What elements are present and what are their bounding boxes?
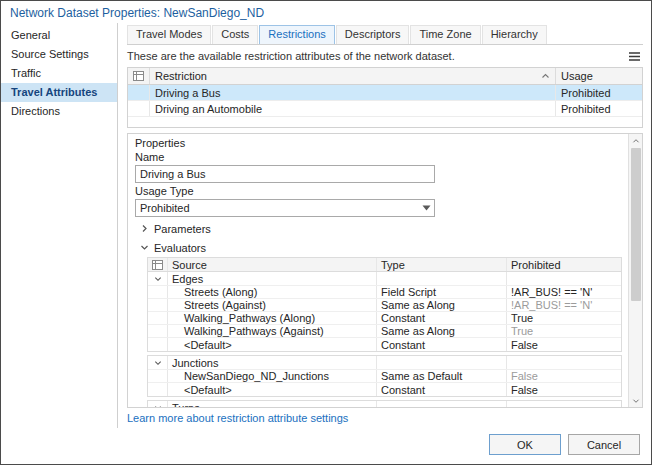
cancel-button[interactable]: Cancel xyxy=(568,434,640,455)
column-header-restriction-label: Restriction xyxy=(155,70,207,82)
evaluator-group-edges[interactable]: Edges xyxy=(148,272,621,286)
evaluators-row-selector-header-icon xyxy=(148,258,168,271)
main-panel: Travel Modes Costs Restrictions Descript… xyxy=(118,23,651,428)
tab-travel-modes[interactable]: Travel Modes xyxy=(127,25,211,44)
evaluator-type-cell: Same as Along xyxy=(377,325,507,337)
group-name: Turns xyxy=(168,401,377,408)
row-selector-cell xyxy=(148,286,168,298)
scrollbar-track[interactable] xyxy=(629,147,643,394)
chevron-down-icon xyxy=(154,359,162,367)
group-name: Junctions xyxy=(168,356,377,369)
group-chevron xyxy=(148,401,168,408)
sidebar-item-directions[interactable]: Directions xyxy=(1,102,117,121)
evaluator-row-streets-along[interactable]: Streets (Along) Field Script !AR_BUS! ==… xyxy=(148,286,621,299)
row-selector-cell xyxy=(148,370,168,382)
chevron-down-icon xyxy=(140,243,149,252)
tab-descriptors[interactable]: Descriptors xyxy=(336,25,410,44)
usage-type-selected-value: Prohibited xyxy=(140,202,418,214)
tab-strip: Travel Modes Costs Restrictions Descript… xyxy=(127,25,643,45)
scrollbar-thumb[interactable] xyxy=(631,148,641,301)
tab-restrictions[interactable]: Restrictions xyxy=(259,25,334,44)
evaluator-value-cell: True xyxy=(507,325,621,337)
tab-costs[interactable]: Costs xyxy=(212,25,258,44)
evaluator-group-junctions[interactable]: Junctions xyxy=(148,356,621,370)
sidebar: General Source Settings Traffic Travel A… xyxy=(1,23,118,428)
learn-more-link[interactable]: Learn more about restriction attribute s… xyxy=(127,412,643,425)
sort-ascending-icon xyxy=(541,72,550,80)
restrictions-description: These are the available restriction attr… xyxy=(127,50,625,62)
evaluators-column-source: Source xyxy=(168,258,377,271)
description-row: These are the available restriction attr… xyxy=(127,48,643,64)
evaluator-row-walking-pathways-along[interactable]: Walking_Pathways (Along) Constant True xyxy=(148,312,621,325)
sidebar-item-general[interactable]: General xyxy=(1,26,117,45)
chevron-right-icon xyxy=(140,224,149,233)
evaluator-value-cell: !AR_BUS! == 'N' xyxy=(507,299,621,311)
row-selector-cell xyxy=(148,299,168,311)
evaluator-row-junctions-source[interactable]: NewSanDiego_ND_Junctions Same as Default… xyxy=(148,370,621,383)
column-header-restriction[interactable]: Restriction xyxy=(150,68,556,84)
empty-cell xyxy=(377,272,507,285)
evaluator-source-cell: Walking_Pathways (Against) xyxy=(168,325,377,337)
evaluators-section-toggle[interactable]: Evaluators xyxy=(135,240,622,255)
dialog-body: General Source Settings Traffic Travel A… xyxy=(1,23,651,428)
restriction-row-driving-a-bus[interactable]: Driving a Bus Prohibited xyxy=(128,85,642,101)
empty-cell xyxy=(377,356,507,369)
chevron-up-icon xyxy=(632,138,640,144)
network-dataset-properties-dialog: Network Dataset Properties: NewSanDiego_… xyxy=(0,0,652,465)
row-selector-cell xyxy=(128,101,150,116)
evaluators-block-edges: Source Type Prohibited Edges xyxy=(147,257,622,352)
row-selector-cell xyxy=(128,85,150,100)
restriction-usage-cell: Prohibited xyxy=(556,101,642,116)
evaluator-type-cell: Same as Default xyxy=(377,370,507,382)
restrictions-table-header: Restriction Usage xyxy=(128,68,642,85)
tab-time-zone[interactable]: Time Zone xyxy=(410,25,480,44)
sidebar-item-traffic[interactable]: Traffic xyxy=(1,64,117,83)
evaluators-block-turns: Turns <Default> Constant False xyxy=(147,400,622,408)
evaluator-row-edges-default[interactable]: <Default> Constant False xyxy=(148,338,621,351)
tab-hierarchy[interactable]: Hierarchy xyxy=(482,25,547,44)
evaluators-section-label: Evaluators xyxy=(154,242,206,254)
evaluator-group-turns[interactable]: Turns xyxy=(148,401,621,408)
evaluator-value-cell: !AR_BUS! == 'N' xyxy=(507,286,621,298)
evaluator-row-junctions-default[interactable]: <Default> Constant False xyxy=(148,383,621,396)
ok-button[interactable]: OK xyxy=(489,434,561,455)
evaluator-value-cell: False xyxy=(507,370,621,382)
restriction-row-driving-an-automobile[interactable]: Driving an Automobile Prohibited xyxy=(128,101,642,117)
column-header-usage[interactable]: Usage xyxy=(556,68,642,84)
properties-group-box: Properties Name Usage Type Prohibited Pa… xyxy=(127,133,643,408)
evaluator-value-cell: False xyxy=(507,338,621,351)
name-input[interactable] xyxy=(135,165,435,183)
group-chevron xyxy=(148,356,168,369)
evaluator-row-streets-against[interactable]: Streets (Against) Same as Along !AR_BUS!… xyxy=(148,299,621,312)
empty-cell xyxy=(377,401,507,408)
parameters-section-toggle[interactable]: Parameters xyxy=(135,221,622,236)
name-field-label: Name xyxy=(135,151,622,163)
evaluator-type-cell: Same as Along xyxy=(377,299,507,311)
evaluator-type-cell: Constant xyxy=(377,338,507,351)
restriction-name-cell: Driving a Bus xyxy=(150,85,556,100)
row-selector-cell xyxy=(148,383,168,396)
evaluator-row-walking-pathways-against[interactable]: Walking_Pathways (Against) Same as Along… xyxy=(148,325,621,338)
evaluator-source-cell: Streets (Against) xyxy=(168,299,377,311)
scroll-up-button[interactable] xyxy=(629,134,643,147)
grid-icon xyxy=(152,260,163,270)
row-selector-cell xyxy=(148,325,168,337)
menu-icon[interactable] xyxy=(625,49,643,64)
restrictions-table-empty-area xyxy=(128,117,642,127)
evaluator-source-cell: <Default> xyxy=(168,383,377,396)
sidebar-item-travel-attributes[interactable]: Travel Attributes xyxy=(1,83,117,102)
empty-cell xyxy=(507,356,621,369)
row-selector-header-icon xyxy=(128,68,150,84)
evaluators-column-prohibited: Prohibited xyxy=(507,258,621,271)
evaluator-source-cell: <Default> xyxy=(168,338,377,351)
dialog-footer: OK Cancel xyxy=(1,428,651,464)
parameters-section-label: Parameters xyxy=(154,223,211,235)
scroll-down-button[interactable] xyxy=(629,394,643,407)
usage-type-dropdown[interactable]: Prohibited xyxy=(135,199,435,217)
chevron-down-icon xyxy=(154,404,162,409)
evaluator-type-cell: Constant xyxy=(377,383,507,396)
sidebar-item-source-settings[interactable]: Source Settings xyxy=(1,45,117,64)
properties-scrollbar[interactable] xyxy=(628,134,642,407)
chevron-down-icon xyxy=(154,275,162,283)
dialog-title: Network Dataset Properties: NewSanDiego_… xyxy=(1,1,651,23)
